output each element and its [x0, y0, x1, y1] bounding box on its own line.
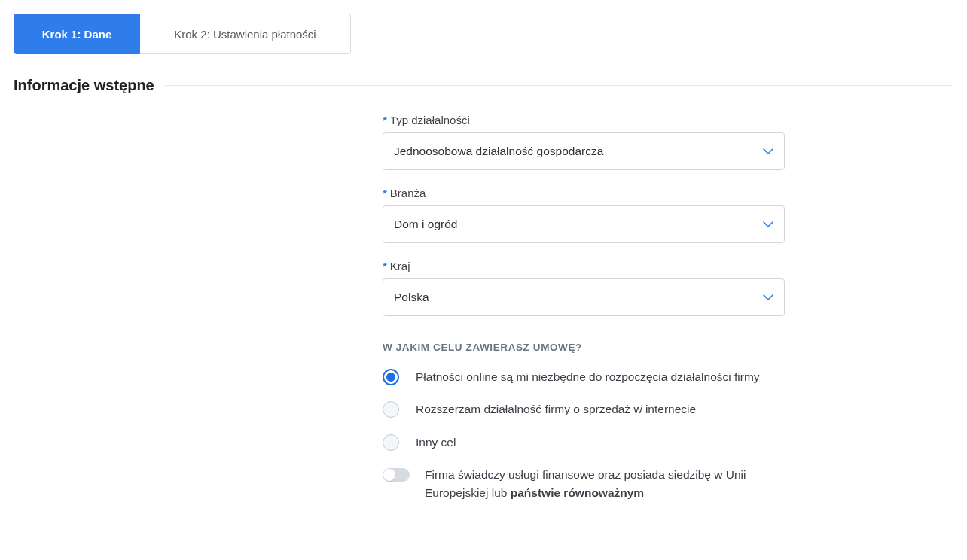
- radio-icon: [383, 434, 399, 451]
- tab-step1[interactable]: Krok 1: Dane: [14, 14, 140, 54]
- toggle-financial-services-label: Firma świadczy usługi finansowe oraz pos…: [425, 466, 786, 502]
- label-country: *Kraj: [383, 260, 804, 272]
- toggle-financial-services[interactable]: [383, 468, 410, 482]
- required-mark: *: [383, 114, 387, 126]
- select-industry-value: Dom i ogród: [394, 218, 457, 231]
- radio-option-expand-online[interactable]: Rozszerzam działalność firmy o sprzedaż …: [383, 400, 804, 418]
- radio-option-other[interactable]: Inny cel: [383, 434, 804, 451]
- label-business-type: *Typ działalności: [383, 114, 804, 126]
- label-industry: *Branża: [383, 187, 804, 199]
- required-mark: *: [383, 260, 387, 272]
- chevron-down-icon: [763, 294, 773, 301]
- radio-option-start-business[interactable]: Płatności online są mi niezbędne do rozp…: [383, 368, 804, 385]
- select-business-type[interactable]: Jednoosobowa działalność gospodarcza: [383, 132, 785, 170]
- purpose-heading: W jakim celu zawierasz umowę?: [383, 342, 804, 353]
- select-country[interactable]: Polska: [383, 278, 785, 316]
- chevron-down-icon: [763, 148, 773, 155]
- required-mark: *: [383, 187, 387, 199]
- select-country-value: Polska: [394, 291, 429, 304]
- select-business-type-value: Jednoosobowa działalność gospodarcza: [394, 145, 603, 158]
- section-divider: [165, 85, 953, 86]
- chevron-down-icon: [763, 221, 773, 228]
- radio-icon: [383, 369, 399, 385]
- select-industry[interactable]: Dom i ogród: [383, 205, 785, 243]
- link-equivalent-country[interactable]: państwie równoważnym: [511, 486, 644, 499]
- section-title: Informacje wstępne: [14, 77, 165, 94]
- radio-label: Inny cel: [416, 434, 456, 451]
- radio-label: Rozszerzam działalność firmy o sprzedaż …: [416, 400, 696, 418]
- radio-icon: [383, 401, 399, 418]
- tab-step2[interactable]: Krok 2: Ustawienia płatności: [140, 14, 351, 54]
- radio-label: Płatności online są mi niezbędne do rozp…: [416, 368, 760, 385]
